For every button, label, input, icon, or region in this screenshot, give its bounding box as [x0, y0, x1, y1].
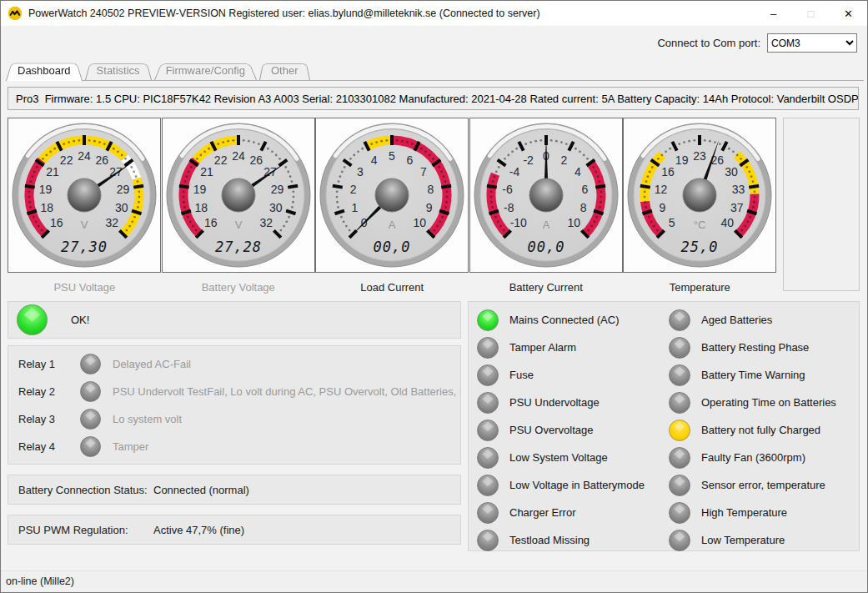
svg-text:9: 9 [426, 201, 433, 214]
tab-firmware-config[interactable]: Firmware/Config [154, 61, 257, 80]
indicator-led [477, 447, 499, 469]
relay-name: Relay 1 [18, 358, 62, 370]
svg-text:6: 6 [581, 183, 588, 196]
svg-text:26: 26 [249, 153, 263, 167]
indicator-label: Battery not fully Charged [701, 424, 820, 436]
pwm-regulation-panel: PSU PWM Regulation: Active 47,7% (fine) [8, 515, 461, 545]
indicator-mains-connected-ac: Mains Connected (AC) [477, 306, 665, 334]
indicator-testload-missing: Testload Missing [477, 526, 665, 554]
minimize-button[interactable]: – [755, 1, 792, 26]
indicator-led [669, 447, 690, 469]
svg-text:18: 18 [194, 201, 208, 214]
svg-text:16: 16 [661, 165, 675, 178]
svg-text:22: 22 [60, 153, 73, 167]
indicator-led [669, 392, 690, 414]
svg-text:A: A [389, 219, 396, 231]
indicator-fuse: Fuse [477, 361, 665, 389]
indicator-operating-time-on-batteries: Operating Time on Batteries [669, 389, 856, 416]
svg-text:26: 26 [96, 153, 109, 167]
title-bar: PowerWatch 240502 PREVIEW-VERSION Regist… [1, 1, 867, 26]
indicator-led [477, 309, 499, 331]
svg-text:16: 16 [50, 216, 63, 229]
svg-text:00,0: 00,0 [527, 239, 564, 255]
indicator-label: Low Voltage in Batterymode [509, 479, 645, 491]
indicator-label: Battery Time Warning [701, 369, 805, 381]
indicator-label: Low System Voltage [509, 451, 608, 464]
tab-dashboard[interactable]: Dashboard [6, 60, 83, 81]
relay-description: Tamper [113, 440, 148, 453]
svg-text:4: 4 [574, 165, 581, 178]
indicator-label: Operating Time on Batteries [701, 396, 836, 409]
relay-name: Relay 4 [18, 440, 62, 453]
indicator-battery-time-warning: Battery Time Warning [669, 361, 856, 389]
empty-side-panel [783, 118, 860, 291]
gauge-caption-row: PSU VoltageBattery VoltageLoad CurrentBa… [8, 281, 777, 294]
app-window: PowerWatch 240502 PREVIEW-VERSION Regist… [0, 0, 868, 593]
tab-label: Statistics [97, 64, 140, 77]
relay-description: Lo system volt [113, 413, 182, 425]
gauge-caption-battery-current: Battery Current [469, 281, 624, 294]
gauge-caption-battery-voltage: Battery Voltage [162, 281, 316, 294]
relay-led [80, 409, 101, 430]
svg-text:21: 21 [200, 165, 213, 178]
overall-status-panel: OK! [8, 301, 461, 339]
status-bar: on-line (Mille2) [1, 570, 867, 593]
svg-text:19: 19 [193, 183, 206, 196]
svg-text:9: 9 [659, 201, 665, 214]
svg-text:°C: °C [694, 219, 706, 231]
svg-text:32: 32 [259, 216, 273, 229]
svg-text:6: 6 [406, 153, 413, 167]
svg-text:24: 24 [78, 149, 91, 163]
com-port-select[interactable]: COM3 [767, 33, 857, 53]
pwm-regulation-label: PSU PWM Regulation: [18, 524, 153, 536]
indicator-label: Battery Resting Phase [701, 341, 809, 354]
indicator-led [669, 502, 690, 524]
indicator-label: Charger Error [509, 506, 575, 519]
svg-text:10: 10 [567, 216, 580, 229]
indicator-label: Fuse [509, 369, 534, 381]
status-bar-text: on-line (Mille2) [6, 575, 74, 587]
indicator-tamper-alarm: Tamper Alarm [477, 334, 665, 361]
indicator-label: Low Temperature [701, 534, 785, 546]
tab-statistics[interactable]: Statistics [85, 61, 152, 80]
svg-text:2: 2 [350, 183, 357, 196]
gauge-load-current: 012345678910A00,0 [315, 118, 469, 273]
window-controls: – □ ✕ [755, 1, 867, 26]
indicator-label: PSU Undervoltage [509, 396, 600, 409]
svg-text:V: V [234, 219, 242, 231]
maximize-button[interactable]: □ [792, 1, 830, 26]
indicator-led [477, 364, 499, 386]
relay-row: Relay 3 Lo system volt [18, 405, 460, 433]
relay-name: Relay 3 [18, 413, 62, 425]
indicator-psu-overvoltage: PSU Overvoltage [477, 416, 665, 444]
tab-bar: Dashboard Statistics Firmware/Config Oth… [6, 60, 313, 80]
svg-text:29: 29 [117, 183, 130, 196]
indicator-psu-undervoltage: PSU Undervoltage [477, 389, 665, 416]
svg-text:18: 18 [41, 201, 54, 214]
indicator-led [669, 530, 690, 551]
tab-content-border [6, 80, 864, 81]
indicator-led [669, 364, 690, 386]
pwm-regulation-value: Active 47,7% (fine) [153, 524, 244, 536]
indicator-charger-error: Charger Error [477, 499, 665, 526]
indicator-led [477, 337, 499, 359]
gauge-battery-voltage: 1618192122242627293032V27,28 [162, 118, 315, 273]
close-button[interactable]: ✕ [830, 1, 867, 26]
svg-text:2: 2 [560, 153, 567, 167]
svg-text:-10: -10 [509, 216, 526, 229]
tab-label: Other [271, 64, 299, 77]
relay-led [80, 354, 101, 374]
indicator-low-system-voltage: Low System Voltage [477, 444, 665, 471]
indicator-led [477, 530, 499, 551]
indicator-led [669, 475, 690, 496]
indicator-column-2: Aged Batteries Battery Resting Phase Bat… [669, 306, 856, 554]
svg-text:8: 8 [428, 183, 434, 196]
app-logo-icon [8, 6, 23, 21]
svg-text:27,30: 27,30 [61, 239, 108, 255]
relay-panel: Relay 1 Delayed AC-Fail Relay 2 PSU Unde… [8, 345, 461, 465]
gauge-caption-psu-voltage: PSU Voltage [8, 281, 162, 294]
svg-text:40: 40 [720, 216, 734, 229]
relay-row: Relay 4 Tamper [18, 433, 460, 460]
svg-text:16: 16 [203, 216, 217, 229]
tab-other[interactable]: Other [259, 61, 310, 80]
